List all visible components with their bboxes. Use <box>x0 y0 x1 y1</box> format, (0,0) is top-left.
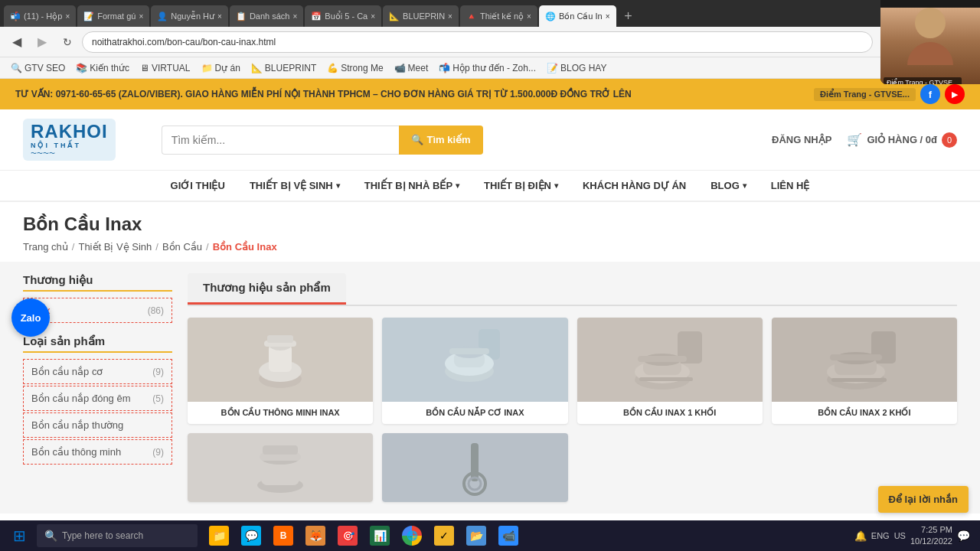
logo[interactable]: RAKHOI NỘI THẤT 〜〜〜〜 <box>23 119 116 161</box>
sidebar-brand-title: Thương hiệu <box>23 273 172 292</box>
tab-6-close[interactable]: × <box>448 12 452 21</box>
tab-2-close[interactable]: × <box>139 12 143 21</box>
sidebar-item-nap-co[interactable]: Bồn cầu nắp cơ (9) <box>23 359 172 384</box>
tab-1[interactable]: 📬 (11) - Hộp × <box>4 5 76 27</box>
svg-rect-18 <box>639 377 693 381</box>
taskbar: ⊞ 🔍 Type here to search 📁 💬 B 🦊 🎯 📊 🌐 ✓ <box>0 520 980 551</box>
sidebar-item-thong-minh[interactable]: Bồn cầu thông minh (9) <box>23 439 172 465</box>
taskbar-notification-icon[interactable]: 💬 <box>957 530 970 542</box>
bookmark-virtual[interactable]: 🖥 VIRTUAL <box>136 61 194 75</box>
tab-6-label: BLUEPRIN <box>403 11 445 21</box>
taskbar-app-files[interactable]: 📂 <box>461 522 492 549</box>
bookmark-blueprint[interactable]: 📐 BLUEPRINT <box>247 61 321 75</box>
taskbar-app-zoom[interactable]: 📹 <box>493 522 524 549</box>
search-button[interactable]: 🔍 Tìm kiếm <box>399 126 483 155</box>
search-form: 🔍 Tìm kiếm <box>162 126 483 155</box>
logo-wave: 〜〜〜〜 <box>31 149 108 158</box>
taskbar-app-excel[interactable]: 📊 <box>364 522 395 549</box>
product-card-6[interactable] <box>382 433 567 502</box>
tab-7-close[interactable]: × <box>527 12 531 21</box>
windows-icon: ⊞ <box>13 527 26 545</box>
login-button[interactable]: ĐĂNG NHẬP <box>772 134 831 145</box>
taskbar-app-tasklist[interactable]: ✓ <box>429 522 459 549</box>
toilet-icon-2 <box>440 325 509 394</box>
start-button[interactable]: ⊞ <box>4 522 34 549</box>
sidebar-item-nap-dong-em[interactable]: Bồn cầu nắp đóng êm (5) <box>23 386 172 411</box>
brand-tab[interactable]: Thương hiệu sản phẩm <box>188 273 346 305</box>
webcam-overlay: Điểm Trang - GTVSE... <box>880 0 980 84</box>
sidebar-item-nap-thuong[interactable]: Bồn cầu nắp thường <box>23 412 172 438</box>
tab-6[interactable]: 📐 BLUEPRIN × <box>383 5 459 27</box>
bookmark-strongme[interactable]: 💪 Strong Me <box>322 61 387 75</box>
bookmark-meet[interactable]: 📹 Meet <box>390 61 433 75</box>
plumbing-icon <box>452 439 498 497</box>
tab-5-close[interactable]: × <box>371 12 375 21</box>
tab-7-label: Thiết kế nộ <box>480 11 524 21</box>
reload-button[interactable]: ↻ <box>57 31 78 53</box>
tab-2[interactable]: 📝 Format gú × <box>77 5 149 27</box>
breadcrumb-link-home[interactable]: Trang chủ <box>23 241 68 253</box>
breadcrumb-link-thiet-bi[interactable]: Thiết Bị Vệ Sinh <box>78 241 152 253</box>
cart-button[interactable]: 🛒 GIỎ HÀNG / 0đ 0 <box>847 132 957 148</box>
breadcrumb-sep-3: / <box>206 241 209 253</box>
tab-3-close[interactable]: × <box>217 12 222 21</box>
promo-text: TƯ VẤN: 0971-60-65-65 (ZALO/VIBER). GIAO… <box>15 89 632 99</box>
page-content: TƯ VẤN: 0971-60-65-65 (ZALO/VIBER). GIAO… <box>0 79 980 520</box>
taskbar-app-skype[interactable]: 💬 <box>236 522 266 549</box>
cart-count-badge: 0 <box>942 132 957 148</box>
nav-item-lien-he[interactable]: LIÊN HỆ <box>759 171 822 201</box>
logo-sub: NỘI THẤT <box>31 142 108 149</box>
nav-arrow-2: ▾ <box>456 181 459 190</box>
tab-8-close[interactable]: × <box>606 12 610 21</box>
nav-item-blog[interactable]: BLOG▾ <box>698 171 759 201</box>
address-bar[interactable] <box>82 31 873 53</box>
tab-5[interactable]: 📅 Buổi 5 - Ca × <box>305 5 381 27</box>
taskbar-app-focus[interactable]: 🎯 <box>332 522 363 549</box>
bookmark-gtvseo[interactable]: 🔍 GTV SEO <box>6 61 70 75</box>
forward-button[interactable]: ▶ <box>31 31 53 53</box>
taskbar-app-brave[interactable]: B <box>268 522 299 549</box>
svg-rect-24 <box>830 354 882 360</box>
bookmark-kienthuc[interactable]: 📚 Kiến thức <box>71 61 134 75</box>
product-card-1[interactable]: BỒN CẦU THÔNG MINH INAX <box>188 318 373 424</box>
bookmark-hopthu[interactable]: 📬 Hộp thư đến - Zoh... <box>434 61 541 75</box>
product-card-4[interactable]: BỒN CẦU INAX 2 KHỐI <box>772 318 957 424</box>
new-tab-button[interactable]: + <box>618 5 639 27</box>
tab-8-active[interactable]: 🌐 Bồn Cầu In × <box>539 5 616 27</box>
product-card-2[interactable]: BỒN CẦU NẮP CƠ INAX <box>382 318 567 424</box>
taskbar-app-explorer[interactable]: 📁 <box>204 522 234 549</box>
breadcrumb-link-bon-cau[interactable]: Bồn Cầu <box>162 241 202 253</box>
youtube-icon[interactable]: ▶ <box>945 84 965 104</box>
tab-7[interactable]: 🔺 Thiết kế nộ × <box>460 5 537 27</box>
tab-3[interactable]: 👤 Nguyễn Hư × <box>151 5 228 27</box>
nav-item-gioi-thieu[interactable]: GIỚI THIỆU <box>158 171 237 201</box>
toilet-icon-3 <box>632 328 708 393</box>
product-card-5[interactable] <box>188 433 373 502</box>
bookmarks-bar: 🔍 GTV SEO 📚 Kiến thức 🖥 VIRTUAL 📁 Dự án … <box>0 57 980 79</box>
taskbar-search-box[interactable]: 🔍 Type here to search <box>37 524 198 547</box>
facebook-icon[interactable]: f <box>920 84 940 104</box>
taskbar-app-chrome[interactable]: 🌐 <box>397 522 427 549</box>
feedback-button[interactable]: Để lại lời nhắn <box>878 486 969 513</box>
bookmark-duan[interactable]: 📁 Dự án <box>197 61 245 75</box>
tab-4[interactable]: 📋 Danh sách × <box>230 5 303 27</box>
bookmark-blog[interactable]: 📝 BLOG HAY <box>542 61 611 75</box>
nav-item-thiet-bi-ve-sinh[interactable]: THIẾT BỊ VỆ SINH▾ <box>237 171 352 201</box>
browser-toolbar: ◀ ▶ ↻ ☆ 👤 🧩 ⋮ <box>0 27 980 57</box>
nav-item-khach-hang[interactable]: KHÁCH HÀNG DỰ ÁN <box>570 171 698 201</box>
zalo-button[interactable]: Zalo <box>11 298 50 337</box>
tab-7-favicon: 🔺 <box>466 11 477 21</box>
taskbar-app-browser2[interactable]: 🦊 <box>300 522 331 549</box>
search-input[interactable] <box>162 126 399 155</box>
back-button[interactable]: ◀ <box>6 31 28 53</box>
tab-4-close[interactable]: × <box>292 12 297 21</box>
promo-person-label: Điểm Trang - GTVSE... <box>814 88 916 101</box>
nav-item-thiet-bi-nha-bep[interactable]: THIẾT BỊ NHÀ BẾP▾ <box>352 171 472 201</box>
tab-1-favicon: 📬 <box>10 11 21 21</box>
nav-item-thiet-bi-dien[interactable]: THIẾT BỊ ĐIỆN▾ <box>472 171 570 201</box>
product-type-4-count: (9) <box>152 447 164 458</box>
breadcrumb-sep-1: / <box>72 241 75 253</box>
product-6-image <box>382 433 567 502</box>
product-card-3[interactable]: BỒN CẦU INAX 1 KHỐI <box>577 318 763 424</box>
tab-1-close[interactable]: × <box>65 12 70 21</box>
